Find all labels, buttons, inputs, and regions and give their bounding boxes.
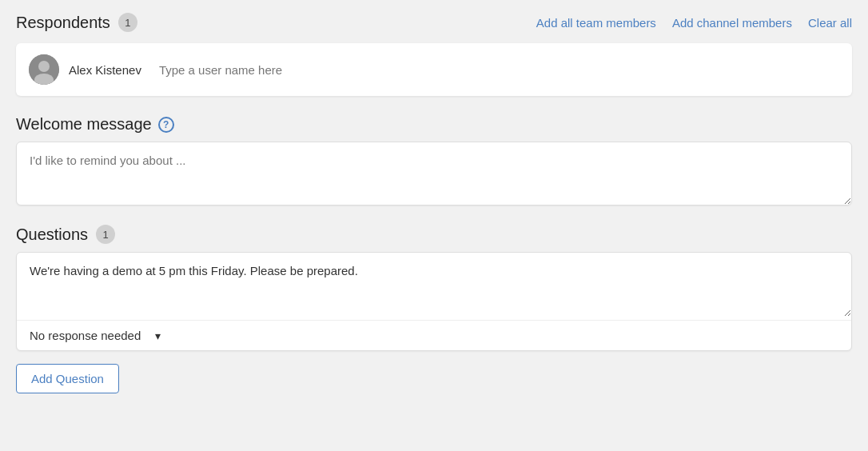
questions-badge: 1 xyxy=(96,225,115,244)
respondents-badge: 1 xyxy=(118,13,137,32)
respondents-title: Respondents xyxy=(16,14,110,32)
user-name: Alex Kistenev xyxy=(69,63,141,77)
avatar xyxy=(29,54,59,85)
help-icon[interactable]: ? xyxy=(158,117,174,133)
questions-title: Questions xyxy=(16,226,88,244)
add-question-button[interactable]: Add Question xyxy=(16,364,119,393)
svg-point-1 xyxy=(38,61,50,72)
questions-section: Questions 1 We're having a demo at 5 pm … xyxy=(16,225,852,393)
question-footer: No response needed Text response Yes/No … xyxy=(17,320,851,350)
clear-all-button[interactable]: Clear all xyxy=(808,16,852,30)
question-card: We're having a demo at 5 pm this Friday.… xyxy=(16,252,852,351)
respondents-header: Respondents 1 Add all team members Add c… xyxy=(16,13,852,32)
question-textarea[interactable]: We're having a demo at 5 pm this Friday.… xyxy=(17,253,851,317)
welcome-message-textarea[interactable] xyxy=(16,142,852,206)
header-actions: Add all team members Add channel members… xyxy=(536,16,852,30)
response-type-select[interactable]: No response needed Text response Yes/No … xyxy=(30,329,161,342)
header-left: Respondents 1 xyxy=(16,13,137,32)
response-type-wrapper: No response needed Text response Yes/No … xyxy=(30,329,161,342)
welcome-header: Welcome message ? xyxy=(16,115,852,134)
user-name-input[interactable] xyxy=(159,63,839,77)
welcome-message-title: Welcome message xyxy=(16,115,152,134)
questions-header: Questions 1 xyxy=(16,225,852,244)
add-channel-members-button[interactable]: Add channel members xyxy=(672,16,792,30)
add-team-members-button[interactable]: Add all team members xyxy=(536,16,656,30)
welcome-message-section: Welcome message ? xyxy=(16,115,852,209)
respondent-card: Alex Kistenev xyxy=(16,43,852,96)
